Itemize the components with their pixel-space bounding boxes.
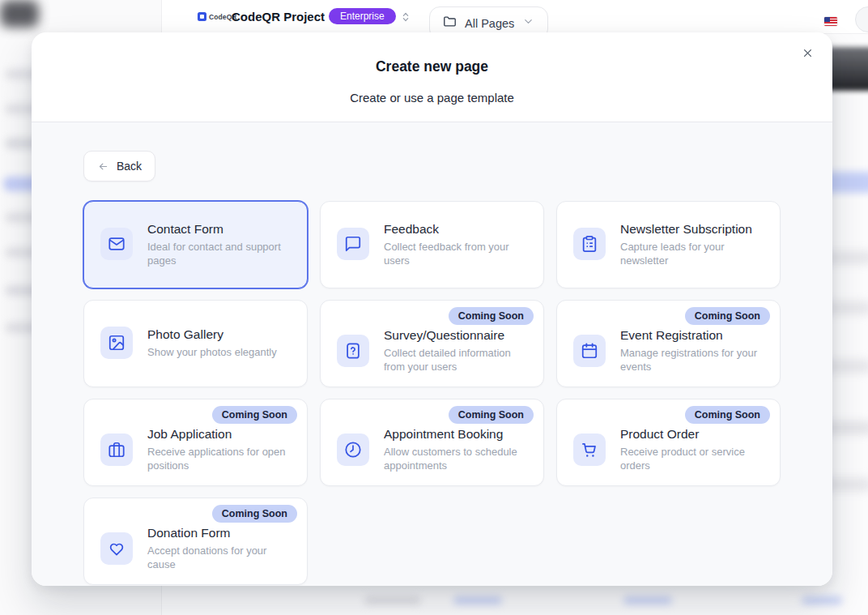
card-description: Show your photos elegantly bbox=[147, 345, 277, 359]
folder-icon bbox=[443, 15, 457, 32]
file-question-icon bbox=[337, 335, 369, 367]
card-description: Manage registrations for your events bbox=[620, 346, 770, 374]
close-button[interactable] bbox=[795, 42, 819, 66]
heart-icon bbox=[100, 532, 133, 565]
card-title: Feedback bbox=[384, 221, 534, 237]
card-description: Collect feedback from your users bbox=[384, 240, 534, 267]
card-description: Receive applications for open positions bbox=[147, 445, 297, 472]
clipboard-icon bbox=[573, 228, 606, 260]
template-grid: Coming Soon Contact Form Ideal for conta… bbox=[83, 201, 781, 585]
coming-soon-badge: Coming Soon bbox=[685, 307, 770, 325]
card-title: Contact Form bbox=[147, 221, 297, 237]
briefcase-icon bbox=[100, 433, 133, 466]
calendar-icon bbox=[573, 335, 606, 367]
chevrons-up-down-icon[interactable] bbox=[399, 11, 412, 27]
background-blob bbox=[623, 596, 672, 604]
card-title: Newsletter Subscription bbox=[620, 221, 770, 237]
enterprise-plan-badge: Enterprise bbox=[329, 8, 396, 24]
template-card-feedback[interactable]: Coming Soon Feedback Collect feedback fr… bbox=[320, 201, 544, 288]
coming-soon-badge: Coming Soon bbox=[449, 307, 534, 325]
modal-subtitle: Create or use a page template bbox=[32, 89, 832, 107]
close-icon bbox=[801, 46, 815, 62]
background-blob bbox=[364, 596, 421, 604]
coming-soon-badge: Coming Soon bbox=[212, 505, 297, 523]
background-blob bbox=[453, 596, 502, 604]
template-card-contact-form[interactable]: Coming Soon Contact Form Ideal for conta… bbox=[83, 201, 308, 288]
arrow-left-icon bbox=[97, 160, 109, 173]
coming-soon-badge: Coming Soon bbox=[212, 406, 297, 424]
template-card-job-application[interactable]: Coming Soon Job Application Receive appl… bbox=[83, 399, 308, 486]
image-icon bbox=[100, 327, 133, 359]
card-description: Capture leads for your newsletter bbox=[620, 240, 770, 267]
project-name: CodeQR Project bbox=[232, 10, 325, 23]
mail-icon bbox=[100, 228, 133, 260]
card-description: Receive product or service orders bbox=[620, 445, 770, 472]
create-new-page-modal: Create new page Create or use a page tem… bbox=[32, 32, 832, 586]
card-title: Product Order bbox=[620, 426, 770, 442]
back-button-label: Back bbox=[117, 160, 142, 173]
background-blob bbox=[802, 596, 842, 604]
card-title: Appointment Booking bbox=[384, 426, 534, 442]
codeqr-logo-icon bbox=[198, 12, 206, 21]
card-title: Photo Gallery bbox=[147, 327, 277, 343]
template-card-event-registration[interactable]: Coming Soon Event Registration Manage re… bbox=[556, 300, 781, 387]
pages-selector-label: All Pages bbox=[465, 17, 514, 30]
template-card-photo-gallery[interactable]: Coming Soon Photo Gallery Show your phot… bbox=[83, 300, 308, 387]
card-title: Job Application bbox=[147, 426, 297, 442]
us-flag-icon[interactable] bbox=[824, 17, 837, 26]
template-card-newsletter-subscription[interactable]: Coming Soon Newsletter Subscription Capt… bbox=[556, 201, 781, 288]
card-title: Survey/Questionnaire bbox=[384, 327, 534, 344]
card-title: Event Registration bbox=[620, 327, 770, 344]
modal-header: Create new page Create or use a page tem… bbox=[32, 32, 832, 122]
card-description: Accept donations for your cause bbox=[147, 544, 297, 571]
chevron-down-icon bbox=[522, 15, 534, 31]
modal-body: Back Coming Soon Contact Form Ideal for … bbox=[32, 122, 832, 586]
back-button[interactable]: Back bbox=[83, 151, 155, 182]
top-header-bar: CodeQR CodeQR Project Enterprise All Pag… bbox=[162, 0, 868, 34]
sidebar-logo-blur bbox=[0, 0, 39, 28]
avatar[interactable] bbox=[855, 6, 868, 32]
modal-title: Create new page bbox=[32, 32, 832, 76]
template-card-appointment-booking[interactable]: Coming Soon Appointment Booking Allow cu… bbox=[320, 399, 544, 486]
template-card-donation-form[interactable]: Coming Soon Donation Form Accept donatio… bbox=[83, 498, 308, 585]
card-description: Collect detailed information from your u… bbox=[384, 346, 534, 374]
clock-icon bbox=[337, 433, 369, 466]
message-icon bbox=[337, 228, 369, 260]
template-card-product-order[interactable]: Coming Soon Product Order Receive produc… bbox=[556, 399, 781, 486]
card-title: Donation Form bbox=[147, 525, 297, 541]
coming-soon-badge: Coming Soon bbox=[685, 406, 770, 424]
cart-icon bbox=[573, 433, 606, 466]
coming-soon-badge: Coming Soon bbox=[449, 406, 534, 424]
template-card-survey-questionnaire[interactable]: Coming Soon Survey/Questionnaire Collect… bbox=[320, 300, 544, 387]
card-description: Allow customers to schedule appointments bbox=[384, 445, 534, 472]
card-description: Ideal for contact and support pages bbox=[147, 240, 297, 267]
